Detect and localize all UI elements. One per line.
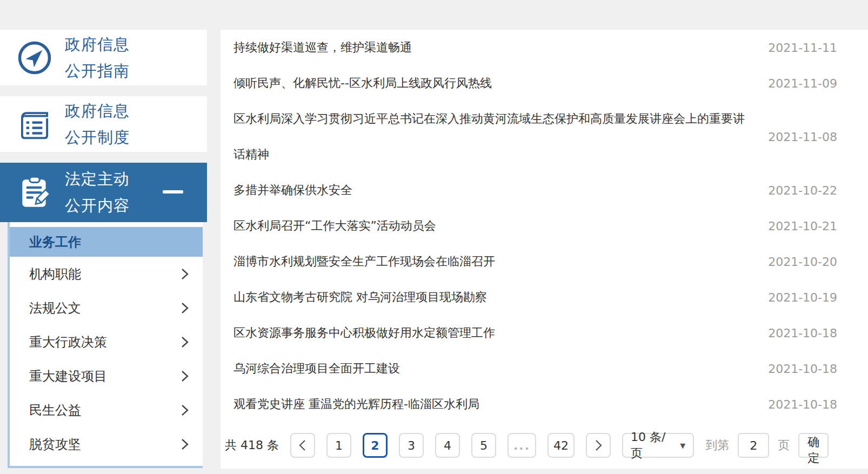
compass-icon [16,39,53,76]
sidebar-card-legal-disclosure[interactable]: 法定主动 公开内容 [0,163,207,222]
chevron-left-icon [298,439,306,452]
news-title: 乌河综合治理项目全面开工建设 [233,351,746,386]
submenu-item-org-functions[interactable]: 机构职能 [10,257,203,291]
total-count-label: 共 418 条 [225,437,279,453]
chevron-right-icon [181,404,189,417]
news-date: 2021-11-09 [768,77,837,90]
page-button-3[interactable]: 3 [399,433,424,458]
news-item[interactable]: 倾听民声、化解民忧--区水利局上线政风行风热线 2021-11-09 [221,65,868,101]
pagination-bar: 共 418 条 1 2 3 4 5 ... 42 10 条/页 ▼ 到第 页 [221,422,868,469]
chevron-right-icon [181,302,189,315]
submenu-item-major-decisions[interactable]: 重大行政决策 [10,325,203,359]
submenu-item-label: 重大行政决策 [29,333,107,351]
prev-page-button[interactable] [290,433,315,458]
sidebar-card-label-line1: 政府信息 [65,31,130,58]
clipboard-pencil-icon [16,174,53,211]
submenu-item-label: 机构职能 [29,265,81,283]
submenu-item-label: 脱贫攻坚 [29,436,81,453]
page: 政府信息 公开指南 政府信息 公开制度 [0,0,868,474]
submenu-item-poverty-alleviation[interactable]: 脱贫攻坚 [10,427,203,461]
page-button-4[interactable]: 4 [435,433,460,458]
news-item[interactable]: 乌河综合治理项目全面开工建设 2021-10-18 [221,351,868,386]
sidebar-card-label-line1: 政府信息 [65,98,130,124]
news-title: 淄博市水利规划暨安全生产工作现场会在临淄召开 [233,244,746,279]
goto-suffix-label: 页 [778,437,790,453]
next-page-button[interactable] [586,433,611,458]
submenu-item-public-welfare[interactable]: 民生公益 [10,393,203,427]
sidebar-card-gov-info-guide[interactable]: 政府信息 公开指南 [0,30,207,85]
confirm-button[interactable]: 确定 [798,433,829,458]
chevron-right-icon [181,268,189,281]
submenu-item-business-work-active[interactable]: 业务工作 [10,227,203,257]
page-button-42[interactable]: 42 [547,433,575,458]
news-item[interactable]: 持续做好渠道巡查，维护渠道畅通 2021-11-11 [221,30,868,65]
news-title: 区水利局召开“工作大落实”活动动员会 [233,208,746,244]
news-item[interactable]: 观看党史讲座 重温党的光辉历程-临淄区水利局 2021-10-18 [221,386,868,422]
news-date: 2021-10-22 [768,184,837,197]
news-date: 2021-11-08 [768,130,837,144]
goto-prefix-label: 到第 [705,437,729,453]
news-date: 2021-10-20 [768,255,837,269]
submenu-item-label: 重大建设项目 [29,368,107,385]
news-item[interactable]: 区水资源事务服务中心积极做好用水定额管理工作 2021-10-18 [221,315,868,351]
notebook-icon [16,106,53,143]
submenu-item-label: 法规公文 [29,299,81,317]
news-item[interactable]: 山东省文物考古研究院 对乌河治理项目现场勘察 2021-10-19 [221,279,868,315]
news-date: 2021-10-18 [768,362,837,376]
news-title: 山东省文物考古研究院 对乌河治理项目现场勘察 [233,279,746,315]
sidebar-card-label-line2: 公开指南 [65,58,130,84]
sidebar-card-label: 政府信息 公开制度 [65,98,130,151]
page-size-label: 10 条/页 [631,429,673,462]
news-title: 倾听民声、化解民忧--区水利局上线政风行风热线 [233,65,746,101]
news-title: 区水资源事务服务中心积极做好用水定额管理工作 [233,315,746,351]
submenu-active-label: 业务工作 [29,233,81,251]
collapse-minus-icon[interactable] [163,190,183,193]
news-title: 观看党史讲座 重温党的光辉历程-临淄区水利局 [233,386,746,422]
sidebar-card-label-line1: 法定主动 [65,166,130,192]
page-button-1[interactable]: 1 [326,433,351,458]
news-title: 持续做好渠道巡查，维护渠道畅通 [233,30,746,65]
sidebar-card-label-line2: 公开制度 [65,124,130,151]
page-ellipsis-button[interactable]: ... [508,433,536,458]
goto-page-input[interactable] [738,433,769,458]
news-panel: 持续做好渠道巡查，维护渠道畅通 2021-11-11 倾听民声、化解民忧--区水… [221,30,868,469]
news-date: 2021-11-11 [768,41,837,55]
chevron-right-icon [181,438,189,451]
sidebar-card-label: 政府信息 公开指南 [65,31,130,84]
news-date: 2021-10-18 [768,398,837,411]
news-title: 区水利局深入学习贯彻习近平总书记在深入推动黄河流域生态保护和高质量发展讲座会上的… [233,101,746,172]
sidebar-card-label-line2: 公开内容 [65,192,130,219]
news-item[interactable]: 区水利局召开“工作大落实”活动动员会 2021-10-21 [221,208,868,244]
news-item[interactable]: 淄博市水利规划暨安全生产工作现场会在临淄召开 2021-10-20 [221,244,868,279]
page-button-2-active[interactable]: 2 [363,433,388,458]
caret-down-icon: ▼ [680,442,685,450]
news-item[interactable]: 区水利局深入学习贯彻习近平总书记在深入推动黄河流域生态保护和高质量发展讲座会上的… [221,101,868,172]
news-date: 2021-10-21 [768,219,837,233]
news-item[interactable]: 多措并举确保供水安全 2021-10-22 [221,172,868,208]
news-title: 多措并举确保供水安全 [233,172,746,208]
submenu-item-label: 民生公益 [29,402,81,419]
goto-page-group: 到第 页 确定 [705,433,829,458]
page-size-select[interactable]: 10 条/页 ▼ [622,433,694,458]
chevron-right-icon [181,336,189,349]
chevron-right-icon [595,439,603,452]
sidebar-card-label: 法定主动 公开内容 [65,166,130,219]
submenu-item-major-projects[interactable]: 重大建设项目 [10,359,203,393]
page-button-5[interactable]: 5 [471,433,496,458]
chevron-right-icon [181,370,189,383]
sidebar-submenu: 业务工作 机构职能 法规公文 重大行政决策 重大建设项目 民生公益 [8,222,203,468]
submenu-item-regulations[interactable]: 法规公文 [10,291,203,325]
news-date: 2021-10-18 [768,326,837,340]
news-list: 持续做好渠道巡查，维护渠道畅通 2021-11-11 倾听民声、化解民忧--区水… [221,30,868,422]
news-date: 2021-10-19 [768,291,837,304]
sidebar-card-gov-info-system[interactable]: 政府信息 公开制度 [0,96,207,152]
